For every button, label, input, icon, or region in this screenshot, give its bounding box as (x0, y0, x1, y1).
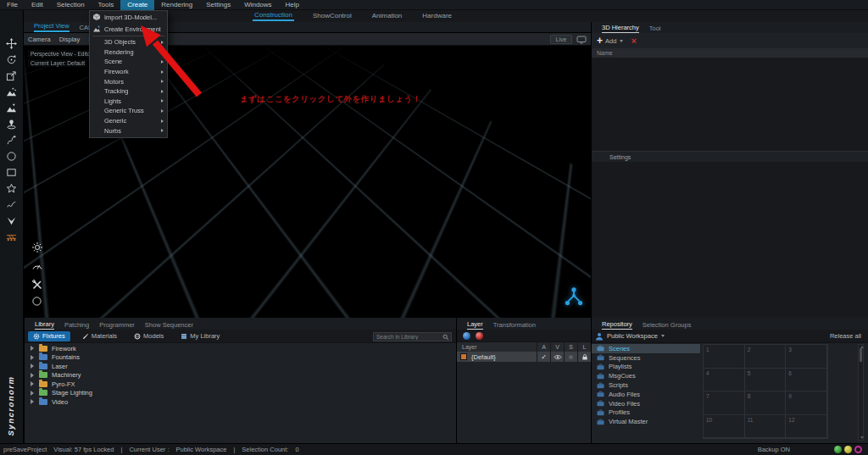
scene-slot[interactable]: 2 (745, 345, 787, 369)
tab-patching[interactable]: Patching (64, 321, 89, 330)
viewport-display-tab[interactable]: Display (59, 36, 81, 43)
tree-item-firework[interactable]: Firework (26, 344, 92, 353)
tab-selection-groups[interactable]: Selection Groups (643, 321, 692, 330)
menu-rendering[interactable]: Rendering (154, 0, 199, 10)
menu-help[interactable]: Help (279, 0, 306, 10)
menu-item-tracking[interactable]: Tracking (90, 86, 167, 97)
circle-tool-button[interactable] (4, 150, 19, 163)
performance-button[interactable] (31, 259, 43, 272)
repo-item-profiles[interactable]: Profiles (592, 408, 700, 418)
solo-toggle[interactable] (564, 352, 577, 362)
scene-slot[interactable]: 4 (704, 369, 745, 392)
tab-layer[interactable]: Layer (467, 320, 483, 330)
menu-create[interactable]: Create (120, 0, 154, 10)
menu-item-import-3d-model[interactable]: Import 3D-Model... (90, 11, 167, 23)
status-dot-green-icon[interactable] (834, 446, 842, 453)
scene-slot[interactable]: 6 (786, 369, 827, 392)
menu-item-generic[interactable]: Generic (90, 116, 167, 126)
expand-arrow-icon[interactable] (31, 373, 34, 378)
menu-windows[interactable]: Windows (237, 0, 278, 10)
menu-item-scene[interactable]: Scene (90, 57, 167, 67)
tab-tool[interactable]: Tool (649, 25, 661, 33)
menu-item-rendering[interactable]: Rendering (90, 47, 167, 58)
category-materials[interactable]: Materials (77, 331, 122, 341)
viewport-camera-tab[interactable]: Camera (28, 36, 51, 43)
menu-edit[interactable]: Edit (25, 0, 50, 10)
tree-item-machinery[interactable]: Machinery (26, 371, 92, 380)
tree-item-stage-lighting[interactable]: Stage Lighting (26, 389, 92, 398)
scene-slot[interactable]: 11 (745, 415, 787, 439)
repo-item-msgcues[interactable]: MsgCues (592, 371, 700, 380)
visibility-toggle[interactable] (550, 352, 564, 362)
repo-item-video-files[interactable]: Video Files (592, 399, 700, 408)
tab-show-sequencer[interactable]: Show Sequencer (145, 321, 193, 330)
tab-animation[interactable]: Animation (370, 12, 404, 20)
expand-arrow-icon[interactable] (31, 346, 34, 351)
expand-arrow-icon[interactable] (31, 399, 34, 404)
scroll-down-icon[interactable] (860, 436, 864, 439)
tree-item-pyro-fx[interactable]: Pyro-FX (26, 380, 92, 389)
hierarchy-node-button[interactable] (563, 286, 585, 308)
menu-item-3d-objects[interactable]: 3D Objects (90, 37, 167, 47)
status-dot-yellow-icon[interactable] (844, 446, 852, 453)
menu-item-generic-truss[interactable]: Generic Truss (90, 106, 167, 116)
repo-item-playlists[interactable]: Playlists (592, 363, 700, 372)
rotate-tool-button[interactable] (4, 53, 19, 66)
tab-construction[interactable]: Construction (253, 11, 294, 21)
delete-button[interactable]: × (631, 36, 636, 45)
tab-programmer[interactable]: Programmer (99, 321, 135, 330)
repo-item-virtual-master[interactable]: Virtual Master (592, 417, 700, 426)
add-dropdown-icon[interactable] (620, 40, 623, 42)
repo-item-audio-files[interactable]: Audio Files (592, 390, 700, 399)
category-fixtures[interactable]: Fixtures (28, 331, 70, 341)
layer-row-default[interactable]: {Default} ✓ (457, 352, 591, 362)
tab-repository[interactable]: Repository (602, 320, 632, 330)
star-tool-button[interactable] (4, 182, 19, 195)
move-tool-button[interactable] (4, 37, 19, 50)
workspace-selector[interactable]: Public Workspace (607, 332, 658, 340)
menu-item-lights[interactable]: Lights (90, 97, 167, 107)
menu-item-nurbs[interactable]: Nurbs (90, 125, 167, 136)
sun-toggle-button[interactable] (31, 241, 43, 253)
scene-slot[interactable]: 1 (704, 345, 745, 369)
active-check-icon[interactable]: ✓ (537, 352, 550, 362)
scene-slot[interactable]: 5 (745, 369, 787, 392)
scrollbar-thumb[interactable] (860, 348, 862, 362)
menu-selection[interactable]: Selection (50, 0, 92, 10)
menu-item-motors[interactable]: Motors (90, 76, 167, 86)
expand-arrow-icon[interactable] (31, 363, 34, 369)
add-icon[interactable]: + (597, 36, 603, 45)
category-models[interactable]: Models (129, 331, 169, 341)
release-all-button[interactable]: Release all (830, 332, 861, 340)
tab-3d-hierarchy[interactable]: 3D Hierarchy (602, 24, 639, 33)
terrain-raise-tool-button[interactable] (4, 86, 19, 98)
v-tool-button[interactable] (4, 214, 19, 227)
menu-settings[interactable]: Settings (199, 0, 237, 10)
scene-slot[interactable]: 7 (704, 391, 745, 415)
add-button[interactable]: Add (605, 37, 616, 45)
lock-toggle[interactable] (577, 352, 591, 362)
tab-library[interactable]: Library (35, 320, 54, 330)
tab-project-view[interactable]: Project View (34, 22, 70, 32)
scale-tool-button[interactable] (4, 69, 19, 82)
remove-layer-button[interactable] (476, 332, 483, 340)
external-screen-button[interactable] (576, 35, 587, 44)
menu-file[interactable]: File (0, 0, 25, 10)
scene-slot[interactable]: 3 (786, 345, 827, 369)
live-button[interactable]: Live (550, 35, 572, 44)
tree-item-video[interactable]: Video (26, 397, 92, 407)
place-tool-button[interactable] (4, 118, 19, 130)
category-my-library[interactable]: My Library (175, 331, 225, 341)
menu-tools[interactable]: Tools (92, 0, 121, 10)
freehand-tool-button[interactable] (4, 198, 19, 211)
menu-item-create-environment[interactable]: Create Environment (90, 23, 167, 35)
rectangle-tool-button[interactable] (4, 166, 19, 179)
terrain-lower-tool-button[interactable] (4, 102, 19, 114)
tree-item-fountains[interactable]: Fountains (26, 353, 92, 363)
orbit-button[interactable] (31, 295, 43, 308)
scene-slot[interactable]: 12 (786, 415, 827, 439)
status-dot-magenta-icon[interactable] (854, 446, 862, 453)
settings-section-header[interactable]: Settings (592, 151, 868, 162)
tab-transformation[interactable]: Transformation (493, 321, 536, 330)
repo-item-sequences[interactable]: Sequences (592, 353, 700, 363)
